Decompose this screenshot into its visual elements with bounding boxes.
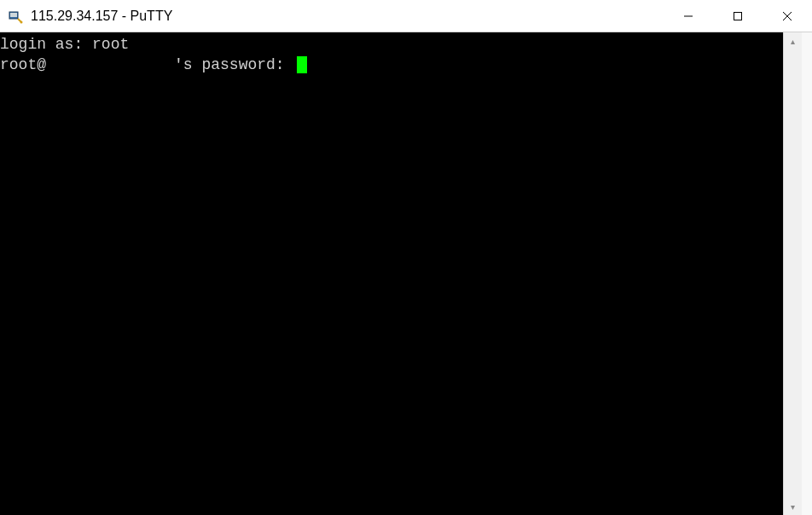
svg-rect-1 [10, 13, 17, 17]
redacted-host [46, 57, 174, 72]
svg-rect-5 [734, 12, 742, 20]
terminal-line: root@'s password: [0, 55, 783, 75]
login-prompt: login as: [0, 36, 92, 53]
login-user: root [92, 36, 129, 53]
svg-point-3 [20, 20, 23, 23]
terminal[interactable]: login as: root root@'s password: [0, 32, 783, 515]
titlebar[interactable]: 115.29.34.157 - PuTTY [0, 0, 812, 32]
terminal-cursor [297, 56, 307, 73]
maximize-button[interactable] [713, 0, 763, 32]
vertical-scrollbar[interactable]: ▴ ▾ [783, 32, 802, 515]
window-title: 115.29.34.157 - PuTTY [31, 9, 664, 24]
window-controls [664, 0, 812, 32]
password-prompt: 's password: [174, 56, 293, 73]
right-edge-strip [802, 32, 812, 515]
putty-icon [7, 8, 24, 25]
scrollbar-down-arrow[interactable]: ▾ [784, 498, 802, 515]
scrollbar-up-arrow[interactable]: ▴ [784, 32, 802, 49]
user-prefix: root@ [0, 56, 46, 73]
terminal-line: login as: root [0, 34, 783, 55]
minimize-button[interactable] [664, 0, 713, 32]
scrollbar-track[interactable] [784, 49, 802, 498]
close-button[interactable] [763, 0, 812, 32]
window-body: login as: root root@'s password: ▴ ▾ [0, 32, 812, 515]
